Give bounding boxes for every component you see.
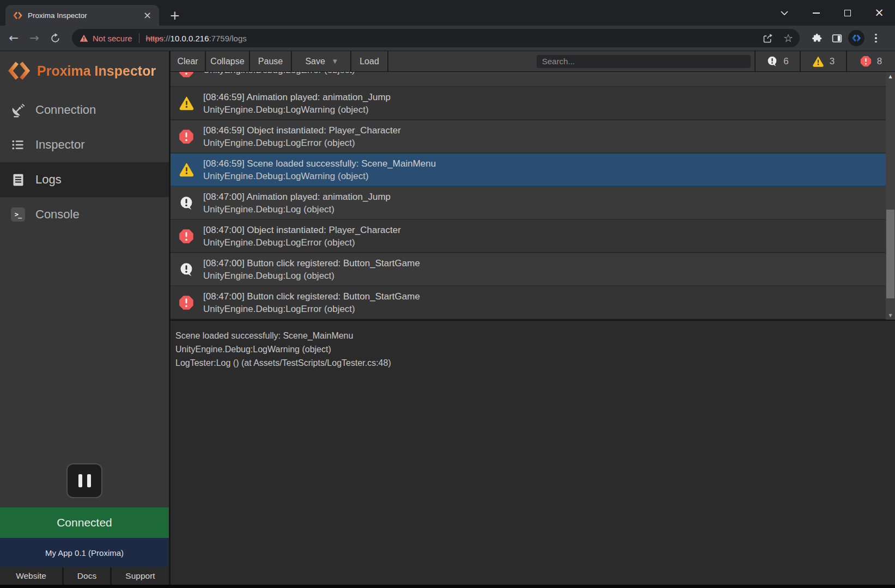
log-stack-trace: UnityEngine.Debug:LogError (object) [203, 72, 355, 76]
footer-link-docs[interactable]: Docs [64, 567, 112, 585]
proxima-logo-icon [8, 60, 30, 82]
warning-icon [178, 95, 194, 111]
sidebar-item-logs[interactable]: Logs [0, 162, 169, 197]
clear-button[interactable]: Clear [171, 51, 206, 71]
window-close-button[interactable]: × [863, 2, 895, 24]
log-row[interactable]: [08:47:00] Animation played: animation_J… [171, 187, 886, 220]
inspector-icon [10, 138, 26, 152]
log-message: [08:47:00] Animation played: animation_J… [203, 191, 391, 203]
error-icon [178, 229, 194, 244]
info-icon [178, 262, 194, 277]
pause-button[interactable]: Pause [250, 51, 292, 71]
tab-favicon-proxima-logo-icon [13, 11, 22, 20]
sidebar-item-label: Inspector [35, 138, 85, 152]
log-row[interactable]: [08:46:59] Object instantiated: Player_C… [171, 120, 886, 154]
collapse-button[interactable]: Collapse [206, 51, 250, 71]
detail-line: UnityEngine.Debug:LogWarning (object) [175, 342, 895, 356]
share-icon[interactable] [762, 33, 774, 44]
window-bottom-edge [0, 585, 895, 588]
new-tab-button[interactable]: + [167, 7, 183, 23]
error-icon [178, 129, 194, 144]
log-row[interactable]: UnityEngine.Debug:LogError (object) [171, 72, 886, 87]
footer-link-support[interactable]: Support [112, 567, 169, 585]
connection-icon [10, 102, 26, 118]
save-button[interactable]: Save ▼ [292, 51, 351, 71]
browser-tab[interactable]: Proxima Inspector × [5, 5, 159, 26]
log-list-scrollbar[interactable]: ▲ ▼ [886, 72, 895, 320]
app-info-bar: My App 0.1 (Proxima) [0, 538, 169, 567]
console-icon: >_ [10, 207, 26, 222]
detail-line: Scene loaded successfully: Scene_MainMen… [175, 329, 895, 342]
log-row[interactable]: [08:47:00] Object instantiated: Player_C… [171, 220, 886, 253]
detail-line: LogTester:Log () (at Assets/TestScripts/… [175, 356, 895, 370]
log-message: [08:47:00] Button click registered: Butt… [203, 290, 420, 303]
log-stack-trace: UnityEngine.Debug:LogError (object) [203, 137, 401, 149]
side-panel-icon[interactable] [827, 33, 847, 44]
log-message: [08:47:00] Button click registered: Butt… [203, 257, 420, 270]
logs-icon [10, 173, 26, 187]
error-count-badge[interactable]: 8 [846, 51, 895, 71]
log-row[interactable]: [08:46:59] Animation played: animation_J… [171, 87, 886, 120]
reload-icon[interactable] [45, 33, 65, 44]
log-message: [08:46:59] Object instantiated: Player_C… [203, 124, 401, 137]
tab-title: Proxima Inspector [28, 11, 141, 20]
kebab-menu-icon[interactable] [866, 34, 886, 43]
window-maximize-button[interactable] [832, 2, 863, 24]
log-message: [08:46:59] Animation played: animation_J… [203, 91, 391, 103]
page-url: https://10.0.0.216:7759/logs [146, 34, 247, 43]
sidebar-footer: Website Docs Support [0, 567, 169, 585]
scroll-down-icon[interactable]: ▼ [886, 311, 895, 320]
info-icon [178, 195, 194, 211]
browser-titlebar: Proxima Inspector × + × [0, 0, 895, 26]
warning-count-badge[interactable]: 3 [800, 51, 846, 71]
browser-window: Proxima Inspector × + × ← → Not secure h… [0, 0, 895, 588]
sidebar-item-label: Logs [35, 173, 62, 187]
logs-toolbar: Clear Collapse Pause Save ▼ Load 6 [171, 51, 895, 72]
back-icon[interactable]: ← [3, 32, 24, 45]
log-stack-trace: UnityEngine.Debug:Log (object) [203, 270, 420, 282]
extensions-puzzle-icon[interactable] [807, 33, 827, 44]
error-icon [178, 295, 194, 310]
info-count-badge[interactable]: 6 [754, 51, 800, 71]
window-minimize-button[interactable] [800, 2, 832, 24]
forward-icon[interactable]: → [24, 32, 45, 45]
info-badge-icon [766, 56, 778, 67]
sidebar-item-connection[interactable]: Connection [0, 93, 169, 127]
proxima-extension-icon[interactable] [847, 30, 866, 46]
footer-link-website[interactable]: Website [0, 567, 64, 585]
logo-text: Proxima Inspector [37, 63, 156, 79]
sidebar: Proxima Inspector Connection Inspector [0, 51, 171, 585]
log-stack-trace: UnityEngine.Debug:Log (object) [203, 203, 391, 216]
log-message: [08:47:00] Object instantiated: Player_C… [203, 224, 401, 236]
tab-close-icon[interactable]: × [141, 10, 154, 20]
logs-panel: Clear Collapse Pause Save ▼ Load 6 [171, 51, 895, 585]
log-row[interactable]: [08:47:00] Button click registered: Butt… [171, 253, 886, 286]
warning-icon [178, 162, 194, 177]
log-stack-trace: UnityEngine.Debug:LogError (object) [203, 236, 401, 249]
sidebar-item-inspector[interactable]: Inspector [0, 127, 169, 162]
log-row[interactable]: [08:47:00] Button click registered: Butt… [171, 286, 886, 320]
error-icon [178, 72, 194, 78]
log-stack-trace: UnityEngine.Debug:LogError (object) [203, 303, 420, 315]
sidebar-item-console[interactable]: >_ Console [0, 197, 169, 232]
address-bar[interactable]: Not secure https://10.0.0.216:7759/logs … [72, 29, 800, 47]
not-secure-warning-icon [80, 34, 88, 42]
load-button[interactable]: Load [351, 51, 388, 71]
proxima-logo: Proxima Inspector [0, 51, 169, 83]
warning-badge-icon [812, 56, 824, 68]
sidebar-item-label: Console [35, 207, 80, 222]
search-input[interactable] [537, 55, 751, 68]
error-badge-icon [860, 56, 872, 67]
pause-stream-button[interactable] [66, 463, 102, 498]
pause-icon [78, 474, 82, 487]
scrollbar-thumb[interactable] [886, 210, 894, 298]
browser-navbar: ← → Not secure https://10.0.0.216:7759/l… [0, 26, 895, 51]
bookmark-star-icon[interactable]: ☆ [783, 32, 793, 45]
save-dropdown-arrow[interactable]: ▼ [333, 58, 337, 64]
omnibox-divider [139, 33, 139, 43]
log-stack-trace: UnityEngine.Debug:LogWarning (object) [203, 170, 436, 182]
log-row[interactable]: [08:46:59] Scene loaded successfully: Sc… [171, 154, 886, 187]
scroll-up-icon[interactable]: ▲ [886, 72, 895, 81]
tab-search-chevron-icon[interactable] [769, 2, 800, 24]
log-stack-trace: UnityEngine.Debug:LogWarning (object) [203, 103, 391, 116]
